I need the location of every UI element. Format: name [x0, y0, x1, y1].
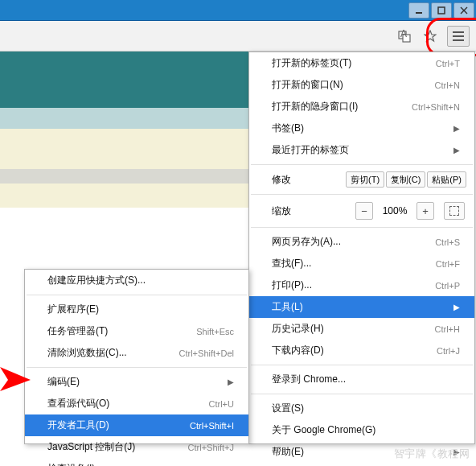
menu-downloads[interactable]: 下载内容(D)Ctrl+J: [249, 340, 474, 361]
fullscreen-button[interactable]: [444, 202, 465, 220]
submenu-js-console[interactable]: JavaScript 控制台(J)Ctrl+Shift+J: [25, 436, 248, 458]
svg-marker-7: [425, 31, 436, 41]
chevron-right-icon: ▶: [453, 447, 460, 456]
chevron-right-icon: ▶: [453, 124, 460, 133]
menu-history[interactable]: 历史记录(H)Ctrl+H: [249, 318, 474, 340]
maximize-button[interactable]: [431, 2, 452, 19]
svg-text:A: A: [400, 30, 407, 39]
cut-button[interactable]: 剪切(T): [346, 171, 384, 188]
submenu-view-source[interactable]: 查看源代码(O)Ctrl+U: [25, 393, 248, 414]
menu-signin[interactable]: 登录到 Chrome...: [249, 369, 474, 390]
separator: [251, 194, 473, 195]
separator: [27, 295, 247, 295]
separator: [27, 367, 247, 368]
chevron-right-icon: ▶: [453, 146, 460, 155]
zoom-in-button[interactable]: +: [416, 202, 434, 220]
menu-zoom-row: 缩放 − 100% +: [249, 198, 474, 224]
submenu-dev-tools[interactable]: 开发者工具(D)Ctrl+Shift+I: [25, 414, 248, 436]
menu-new-tab[interactable]: 打开新的标签页(T)Ctrl+T: [249, 52, 474, 74]
submenu-create-shortcut[interactable]: 创建应用快捷方式(S)...: [25, 270, 248, 291]
menu-settings[interactable]: 设置(S): [249, 398, 474, 419]
menu-incognito[interactable]: 打开新的隐身窗口(I)Ctrl+Shift+N: [249, 96, 474, 118]
paste-button[interactable]: 粘贴(P): [427, 171, 466, 188]
submenu-inspect[interactable]: 检查设备(I): [25, 458, 248, 466]
separator: [251, 164, 473, 165]
submenu-encoding[interactable]: 编码(E)▶: [25, 371, 248, 393]
favorite-icon[interactable]: [421, 27, 439, 45]
menu-new-window[interactable]: 打开新的窗口(N)Ctrl+N: [249, 74, 474, 96]
tools-submenu: 创建应用快捷方式(S)... 扩展程序(E) 任务管理器(T)Shift+Esc…: [24, 269, 249, 444]
chevron-right-icon: ▶: [453, 303, 460, 311]
translate-icon[interactable]: A: [396, 27, 413, 45]
separator: [251, 394, 473, 394]
menu-find[interactable]: 查找(F)...Ctrl+F: [249, 253, 474, 274]
menu-about[interactable]: 关于 Google Chrome(G): [249, 419, 474, 441]
svg-rect-1: [438, 7, 445, 14]
main-menu: 打开新的标签页(T)Ctrl+T 打开新的窗口(N)Ctrl+N 打开新的隐身窗…: [248, 52, 475, 444]
zoom-value: 100%: [378, 205, 412, 217]
submenu-clear-data[interactable]: 清除浏览数据(C)...Ctrl+Shift+Del: [25, 342, 248, 364]
minimize-button[interactable]: [408, 2, 429, 19]
browser-toolbar: A: [0, 21, 476, 52]
separator: [251, 227, 473, 228]
zoom-out-button[interactable]: −: [355, 202, 373, 220]
close-button[interactable]: [453, 2, 474, 19]
menu-help[interactable]: 帮助(E)▶: [249, 441, 474, 463]
menu-print[interactable]: 打印(P)...Ctrl+P: [249, 274, 474, 296]
chevron-right-icon: ▶: [228, 377, 234, 386]
menu-recent-tabs[interactable]: 最近打开的标签页▶: [249, 139, 474, 161]
submenu-task-manager[interactable]: 任务管理器(T)Shift+Esc: [25, 320, 248, 342]
menu-save-as[interactable]: 网页另存为(A)...Ctrl+S: [249, 231, 474, 253]
menu-tools[interactable]: 工具(L)▶: [249, 296, 474, 318]
window-titlebar: [0, 0, 476, 21]
separator: [251, 365, 473, 365]
menu-bookmarks[interactable]: 书签(B)▶: [249, 118, 474, 139]
menu-edit-row: 修改 剪切(T) 复制(C) 粘贴(P): [249, 168, 474, 191]
hamburger-menu-button[interactable]: [447, 26, 470, 47]
submenu-extensions[interactable]: 扩展程序(E): [25, 299, 248, 320]
copy-button[interactable]: 复制(C): [386, 171, 425, 188]
